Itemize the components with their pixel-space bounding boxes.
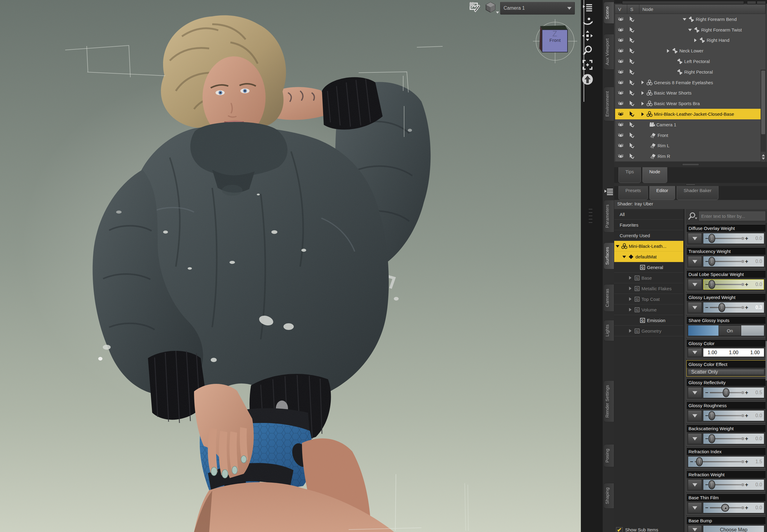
scene-tree-row[interactable]: Front bbox=[615, 130, 765, 141]
scene-tree-row[interactable]: Camera 1 bbox=[615, 119, 765, 130]
scene-filter-input[interactable] bbox=[622, 1, 744, 4]
slider-increment[interactable]: + bbox=[745, 505, 748, 511]
scene-tree-row[interactable]: Rim R bbox=[615, 151, 765, 161]
pane-splitter[interactable] bbox=[614, 162, 767, 167]
scene-tree-row[interactable]: Mini-Black-Leather-Jacket-Closed-Base bbox=[615, 109, 765, 119]
show-sub-items-checkbox[interactable] bbox=[616, 527, 623, 532]
scene-scrollbar[interactable] bbox=[761, 70, 766, 162]
eye-visibility-icon[interactable] bbox=[618, 121, 624, 128]
surface-tree-item[interactable]: Metallic Flakes bbox=[614, 283, 683, 294]
selectable-cursor-icon[interactable] bbox=[629, 111, 635, 117]
category-item[interactable]: Currently Used bbox=[614, 230, 683, 241]
expand-arrow-icon[interactable] bbox=[628, 329, 633, 333]
expand-arrow-icon[interactable] bbox=[628, 297, 633, 301]
eye-visibility-icon[interactable] bbox=[618, 142, 624, 149]
camera-selector[interactable]: Camera 1 bbox=[500, 2, 575, 15]
expand-arrow-icon[interactable] bbox=[634, 318, 638, 322]
property-options-button[interactable] bbox=[688, 502, 702, 513]
selectable-cursor-icon[interactable] bbox=[629, 132, 635, 138]
pane-tab[interactable]: Shaping bbox=[604, 483, 614, 509]
surface-tree-item[interactable]: Volume bbox=[614, 304, 683, 315]
slider-increment[interactable]: + bbox=[745, 436, 748, 442]
property-options-button[interactable] bbox=[688, 256, 702, 267]
scene-filter-button[interactable] bbox=[757, 1, 766, 4]
property-options-button[interactable] bbox=[688, 348, 702, 357]
effect-dropdown[interactable]: Scatter Only bbox=[688, 369, 764, 375]
surface-tree-item[interactable]: Emission bbox=[614, 315, 683, 326]
pane-tab[interactable]: Posing bbox=[604, 444, 614, 467]
selectable-cursor-icon[interactable] bbox=[629, 142, 635, 149]
slider-decrement[interactable]: − bbox=[690, 459, 693, 465]
zoom-tool-icon[interactable] bbox=[581, 44, 594, 56]
scene-tree-row[interactable]: Genesis 8 Female Eyelashes bbox=[615, 77, 765, 88]
eye-visibility-icon[interactable] bbox=[618, 69, 624, 75]
scene-tree-row[interactable]: Left Pectoral bbox=[615, 56, 765, 67]
slider-decrement[interactable]: − bbox=[705, 436, 709, 442]
tab-node[interactable]: Node bbox=[642, 167, 667, 183]
property-slider[interactable]: − + 0.0 bbox=[703, 279, 764, 290]
column-node[interactable]: Node bbox=[639, 5, 765, 14]
eye-visibility-icon[interactable] bbox=[618, 132, 624, 138]
property-options-button[interactable] bbox=[688, 302, 702, 313]
selectable-cursor-icon[interactable] bbox=[629, 16, 635, 22]
property-slider[interactable]: − + 0.0 bbox=[703, 433, 764, 444]
tab-shader-baker[interactable]: Shader Baker bbox=[677, 186, 719, 200]
panel-menu-icon[interactable] bbox=[605, 188, 613, 197]
toggle-switch[interactable]: On bbox=[688, 325, 764, 336]
expand-arrow-icon[interactable] bbox=[628, 276, 633, 280]
slider-decrement[interactable]: − bbox=[705, 482, 709, 488]
selectable-cursor-icon[interactable] bbox=[629, 69, 635, 75]
scene-tree-row[interactable]: Right Hand bbox=[615, 35, 765, 46]
slider-increment[interactable]: + bbox=[745, 235, 748, 242]
scene-tree-row[interactable]: Neck Lower bbox=[615, 45, 765, 56]
scene-tree-row[interactable]: Rim L bbox=[615, 141, 765, 151]
expand-arrow-icon[interactable] bbox=[643, 122, 648, 127]
pane-tab[interactable]: Scene bbox=[604, 2, 614, 24]
expand-arrow-icon[interactable] bbox=[641, 112, 645, 116]
expand-arrow-icon[interactable] bbox=[641, 91, 645, 95]
slider-increment[interactable]: + bbox=[745, 482, 748, 488]
selectable-cursor-icon[interactable] bbox=[629, 100, 635, 107]
scene-tree-row[interactable]: Basic Wear Shorts bbox=[615, 88, 765, 98]
surface-tree-item[interactable]: Base bbox=[614, 273, 683, 283]
slider-decrement[interactable]: − bbox=[705, 390, 709, 396]
pane-tab[interactable]: Environment bbox=[604, 87, 614, 121]
column-visibility[interactable]: V bbox=[615, 5, 627, 14]
selectable-cursor-icon[interactable] bbox=[629, 27, 635, 33]
slider-decrement[interactable]: − bbox=[705, 281, 709, 288]
expand-arrow-icon[interactable] bbox=[615, 244, 620, 248]
pane-tab[interactable]: Aux Viewport bbox=[604, 34, 614, 70]
expand-arrow-icon[interactable] bbox=[693, 38, 698, 42]
eye-visibility-icon[interactable] bbox=[618, 100, 624, 107]
eye-visibility-icon[interactable] bbox=[618, 111, 624, 117]
slider-increment[interactable]: + bbox=[745, 304, 748, 311]
pane-tab[interactable]: Parameters bbox=[604, 200, 614, 233]
color-swatch-field[interactable]: 1.00 1.00 1.00 bbox=[703, 348, 764, 357]
slider-decrement[interactable]: − bbox=[705, 413, 709, 419]
property-options-button[interactable] bbox=[688, 479, 702, 490]
column-selectability[interactable]: S bbox=[627, 5, 639, 14]
expand-arrow-icon[interactable] bbox=[644, 133, 649, 137]
property-slider[interactable]: − + 1.5 bbox=[688, 456, 764, 467]
surface-tree-item[interactable]: defaultMat bbox=[614, 251, 683, 262]
surface-tree-item[interactable]: Geometry bbox=[614, 326, 683, 336]
eye-visibility-icon[interactable] bbox=[618, 153, 624, 159]
expand-arrow-icon[interactable] bbox=[622, 254, 627, 259]
slider-increment[interactable]: + bbox=[745, 281, 748, 288]
property-slider[interactable]: − + 0.0 bbox=[703, 502, 764, 513]
property-slider[interactable]: − + 0.5 bbox=[703, 387, 764, 398]
orbit-tool-icon[interactable] bbox=[581, 16, 594, 28]
pane-tab[interactable]: Surfaces bbox=[604, 242, 614, 269]
slider-decrement[interactable]: − bbox=[705, 235, 709, 242]
pane-tab[interactable]: Render Settings bbox=[604, 381, 614, 422]
selectable-cursor-icon[interactable] bbox=[629, 37, 635, 43]
eye-visibility-icon[interactable] bbox=[618, 48, 624, 54]
property-options-button[interactable] bbox=[688, 433, 702, 444]
pane-splitter[interactable] bbox=[614, 183, 767, 186]
property-slider[interactable]: − + 0.0 bbox=[703, 256, 764, 267]
slider-decrement[interactable]: − bbox=[705, 304, 709, 311]
properties-scrollbar[interactable] bbox=[765, 223, 767, 532]
scene-tree-row[interactable]: Basic Wear Sports Bra bbox=[615, 98, 765, 109]
slider-decrement[interactable]: − bbox=[705, 258, 709, 265]
expand-arrow-icon[interactable] bbox=[671, 70, 675, 74]
